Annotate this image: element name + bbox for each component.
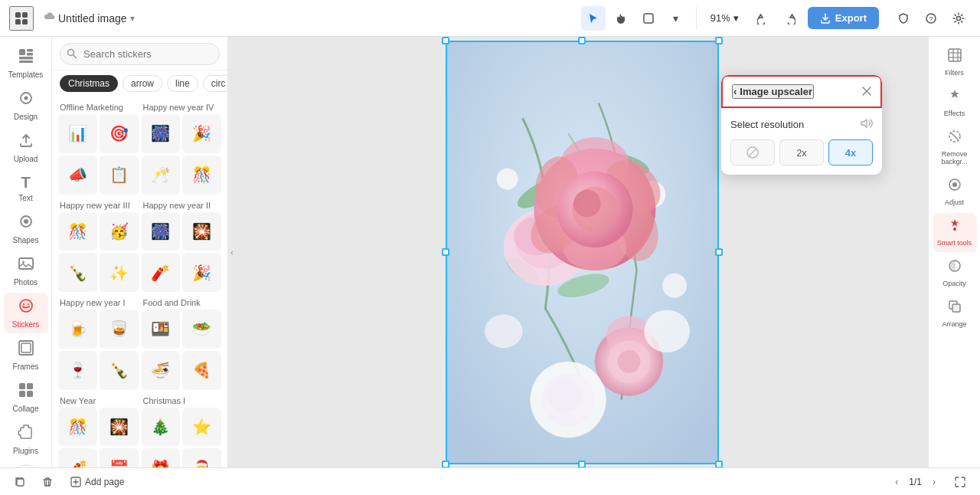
sticker-item[interactable]: 🍱 (142, 310, 181, 349)
right-sidebar-arrange[interactable]: Arrange (933, 294, 977, 333)
sidebar-item-text[interactable]: T Text (4, 169, 48, 207)
right-sidebar-adjust[interactable]: Adjust (933, 172, 977, 211)
selection-handle-top-right[interactable] (715, 37, 723, 44)
stickers-grid: Offline Marketing 📊 🎯 📣 📋 Happy new year… (52, 97, 227, 467)
tag-christmas[interactable]: Christmas (60, 75, 118, 92)
sidebar-item-stickers[interactable]: Stickers (4, 293, 48, 333)
document-title[interactable]: Untitled image (58, 12, 127, 25)
sticker-item[interactable]: 🍾 (58, 253, 97, 292)
sidebar-item-templates[interactable]: Templates (4, 43, 48, 84)
prev-page-button[interactable]: ‹ (887, 473, 906, 491)
add-page-button[interactable]: Add page (64, 474, 130, 490)
sticker-item[interactable]: 🎁 (142, 448, 181, 467)
sticker-item[interactable]: 🎇 (182, 212, 221, 251)
sticker-item[interactable]: 🍷 (58, 351, 97, 390)
sticker-item[interactable]: 🥳 (100, 212, 139, 251)
search-input[interactable] (60, 43, 220, 65)
selection-handle-middle-left[interactable] (442, 248, 449, 256)
right-sidebar-smart-tools[interactable]: Smart tools (933, 213, 977, 252)
selection-handle-top-left[interactable] (442, 37, 449, 44)
sidebar-item-shapes[interactable]: Shapes (4, 208, 48, 249)
selection-handle-bottom-left[interactable] (442, 461, 449, 468)
sidebar-item-upload[interactable]: Upload (4, 127, 48, 168)
sidebar-item-plugins[interactable]: Plugins (4, 419, 48, 460)
sticker-item[interactable]: 🎉 (182, 114, 221, 153)
fullscreen-button[interactable] (949, 471, 971, 493)
frame-view-button[interactable] (636, 6, 661, 31)
sticker-item[interactable]: 🍕 (182, 351, 221, 390)
svg-point-58 (573, 189, 601, 217)
sticker-item[interactable]: 🍺 (58, 310, 97, 349)
undo-button[interactable] (751, 6, 776, 31)
upscaler-back-button[interactable]: ‹ Image upscaler (732, 84, 814, 99)
hand-tool-button[interactable] (609, 6, 633, 31)
sticker-item[interactable]: 🎄 (142, 408, 181, 447)
upscaler-4x-option[interactable]: 4x (828, 139, 873, 166)
sticker-item[interactable]: 🎯 (100, 114, 139, 153)
selection-handle-middle-right[interactable] (715, 248, 723, 256)
photos-icon (18, 255, 34, 276)
selection-handle-top-center[interactable] (578, 37, 586, 44)
doc-arrow-icon[interactable]: ▾ (130, 13, 135, 24)
settings-icon-button[interactable] (946, 6, 971, 31)
sticker-item[interactable]: 🥗 (182, 310, 221, 349)
sticker-item[interactable]: 🎊 (58, 212, 97, 251)
sticker-item[interactable]: 🎊 (182, 156, 221, 195)
selection-handle-bottom-center[interactable] (578, 461, 586, 468)
sticker-item[interactable]: 🎊 (58, 408, 97, 447)
upscaler-close-button[interactable] (862, 85, 871, 99)
right-sidebar-filters[interactable]: Filters (933, 43, 977, 82)
copy-button[interactable] (9, 471, 31, 493)
logo-button[interactable] (9, 6, 34, 31)
svg-rect-12 (19, 61, 33, 63)
sidebar-item-frames[interactable]: Frames (4, 335, 48, 375)
sidebar-item-photos[interactable]: Photos (4, 251, 48, 291)
right-sidebar: Filters Effects Remove backgr... Adjust … (928, 37, 980, 467)
sidebar-item-design[interactable]: Design (4, 85, 48, 126)
tag-circ[interactable]: circ (203, 75, 227, 92)
panel-collapse-handle[interactable]: ‹ (228, 37, 236, 467)
selection-handle-bottom-right[interactable] (715, 461, 723, 468)
sticker-item[interactable]: ⭐ (182, 408, 221, 447)
sticker-item[interactable]: 🎇 (100, 408, 139, 447)
right-sidebar-remove-bg[interactable]: Remove backgr... (933, 124, 977, 172)
zoom-control[interactable]: 91% ▾ (704, 9, 745, 27)
group-new-year-label: New Year (58, 393, 139, 408)
effects-label: Effects (944, 110, 965, 118)
upscaler-none-option[interactable] (730, 139, 775, 166)
sticker-item[interactable]: ✨ (100, 253, 139, 292)
right-sidebar-effects[interactable]: Effects (933, 84, 977, 123)
select-tool-button[interactable] (581, 6, 606, 31)
shield-icon-button[interactable] (891, 6, 916, 31)
sticker-item[interactable]: 🥃 (100, 310, 139, 349)
sticker-item[interactable]: 📅 (100, 448, 139, 467)
doc-title-area[interactable]: Untitled image ▾ (43, 11, 135, 25)
frame-view-arrow[interactable]: ▾ (664, 6, 688, 31)
sticker-item[interactable]: 📣 (58, 156, 97, 195)
text-label: Text (18, 194, 32, 202)
sticker-item[interactable]: 🍜 (142, 351, 181, 390)
2x-label: 2x (796, 147, 807, 159)
tag-line[interactable]: line (167, 75, 198, 92)
sticker-item[interactable]: 📋 (100, 156, 139, 195)
sticker-item[interactable]: 🎆 (142, 114, 181, 153)
sticker-item[interactable]: 🧨 (58, 448, 97, 467)
delete-button[interactable] (37, 471, 58, 493)
canvas-image-container[interactable]: ↻ (446, 41, 719, 464)
sticker-item[interactable]: 🎉 (182, 253, 221, 292)
sticker-item[interactable]: 🍾 (100, 351, 139, 390)
sticker-item[interactable]: 🥂 (142, 156, 181, 195)
sidebar-item-collage[interactable]: Collage (4, 377, 48, 418)
next-page-button[interactable]: › (925, 473, 943, 491)
help-icon-button[interactable]: ? (919, 6, 943, 31)
right-sidebar-opacity[interactable]: Opacity (933, 254, 977, 293)
redo-button[interactable] (777, 6, 802, 31)
sticker-item[interactable]: 🧨 (142, 253, 181, 292)
sticker-item[interactable]: 📊 (58, 114, 97, 153)
upscaler-2x-option[interactable]: 2x (779, 139, 824, 166)
tag-arrow[interactable]: arrow (122, 75, 162, 92)
sticker-item[interactable]: 🎆 (142, 212, 181, 251)
sticker-item[interactable]: 🎅 (182, 448, 221, 467)
stickers-panel: Christmas arrow line circ Offline Market… (52, 37, 228, 467)
export-button[interactable]: Export (808, 7, 879, 29)
